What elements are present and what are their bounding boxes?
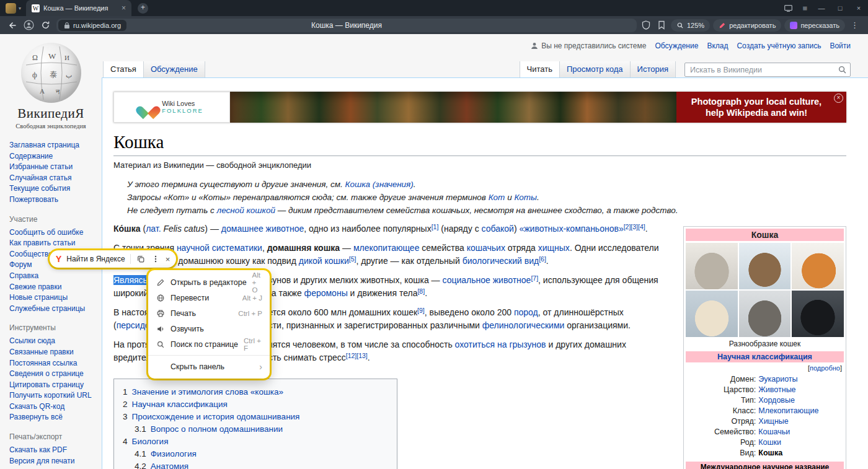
- wiki-link[interactable]: Кошка (значения): [345, 180, 414, 189]
- url-pill[interactable]: ru.wikipedia.org: [58, 20, 126, 31]
- reference-link[interactable]: [8]: [417, 287, 425, 295]
- wiki-link[interactable]: хищных: [538, 243, 570, 253]
- bookmark-icon[interactable]: [655, 19, 668, 32]
- toc-item[interactable]: 4.2Анатомия: [135, 460, 388, 469]
- retell-button[interactable]: пересказать: [784, 19, 845, 32]
- profile-icon[interactable]: [22, 19, 35, 32]
- sidebar-link[interactable]: Сообщить об ошибке: [9, 227, 98, 239]
- sidebar-link[interactable]: Получить короткий URL: [9, 390, 98, 401]
- maximize-button[interactable]: □: [831, 4, 849, 12]
- taxon-link[interactable]: Животные: [758, 385, 795, 395]
- wiki-link[interactable]: научной систематики: [177, 243, 262, 253]
- search-input[interactable]: [684, 63, 851, 77]
- edit-page-button[interactable]: редактировать: [713, 19, 781, 32]
- menu-item[interactable]: Открыть в редактореAlt + O: [148, 274, 270, 290]
- toolbar-more-icon[interactable]: ⋮: [851, 20, 859, 30]
- wiki-link[interactable]: пород: [514, 307, 538, 317]
- copy-icon[interactable]: [136, 254, 146, 264]
- user-link[interactable]: Обсуждение: [655, 42, 698, 50]
- address-bar[interactable]: ru.wikipedia.org Кошка — Википедия: [56, 19, 637, 32]
- wiki-link[interactable]: биологический вид: [463, 256, 539, 266]
- back-icon[interactable]: [5, 19, 19, 32]
- page-tab[interactable]: Читать: [520, 61, 559, 77]
- wiki-link[interactable]: домашнее животное: [221, 224, 304, 234]
- reference-link[interactable]: [7]: [531, 274, 538, 282]
- wiki-link[interactable]: социальное животное: [443, 275, 531, 285]
- wiki-link[interactable]: собакой: [482, 224, 514, 234]
- sidebar-link[interactable]: Текущие события: [9, 183, 98, 195]
- user-link[interactable]: Войти: [830, 42, 851, 50]
- toolbar-close-icon[interactable]: ×: [166, 255, 170, 264]
- wikipedia-logo[interactable]: ΩWИф泰بАन: [21, 43, 81, 103]
- sidebar-link[interactable]: Развернуть всё: [9, 412, 98, 423]
- chevron-down-icon[interactable]: ▾: [19, 6, 21, 11]
- reference-link[interactable]: [5]: [349, 255, 356, 263]
- wiki-link[interactable]: «животных-компаньонов»: [519, 224, 623, 234]
- toc-item[interactable]: 3Происхождение и история одомашнивания: [123, 411, 388, 423]
- page-tab[interactable]: История: [630, 61, 676, 77]
- banner-message[interactable]: Photograph your local culture, help Wiki…: [676, 92, 846, 123]
- cat-photo[interactable]: [686, 243, 738, 289]
- sidebar-link[interactable]: Справка: [9, 271, 98, 282]
- menu-item[interactable]: Озвучить: [148, 321, 270, 336]
- toolbar-dots-icon[interactable]: [151, 254, 161, 264]
- toc-item[interactable]: 1Значение и этимология слова «кошка»: [123, 386, 388, 398]
- page-tab[interactable]: Обсуждение: [143, 61, 205, 77]
- minimize-button[interactable]: —: [812, 4, 831, 12]
- sidebar-link[interactable]: Цитировать страницу: [9, 380, 98, 391]
- taxon-link[interactable]: Хордовые: [758, 395, 795, 406]
- reference-link[interactable]: [12][13]: [346, 352, 368, 359]
- cat-photo[interactable]: [739, 291, 791, 337]
- sidebar-link[interactable]: Сведения о странице: [9, 369, 98, 380]
- reference-link[interactable]: [6]: [539, 255, 546, 263]
- sidebar-link[interactable]: Постоянная ссылка: [9, 358, 98, 369]
- taxon-link[interactable]: Кошки: [758, 437, 781, 448]
- sidebar-link[interactable]: Ссылки сюда: [9, 336, 98, 347]
- taxon-link[interactable]: Кошачьи: [758, 427, 790, 437]
- menu-item[interactable]: ПечатьCtrl + P: [148, 305, 270, 321]
- sidebar-link[interactable]: Версия для печати: [9, 456, 98, 467]
- reference-link[interactable]: [2][3][4]: [624, 223, 645, 230]
- sidebar-link[interactable]: Содержание: [9, 151, 98, 162]
- wiki-link[interactable]: Кот: [489, 193, 505, 202]
- find-in-yandex-button[interactable]: Найти в Яндексе: [66, 255, 125, 263]
- toc-item[interactable]: 3.1Вопрос о полном одомашнивании: [135, 423, 388, 436]
- wiki-link[interactable]: охотиться на грызунов: [455, 340, 546, 349]
- reload-icon[interactable]: [38, 19, 52, 32]
- sidebar-link[interactable]: Скачать как PDF: [9, 445, 98, 456]
- wiki-link[interactable]: кошачьих: [467, 243, 505, 253]
- close-button[interactable]: ×: [849, 4, 868, 12]
- cat-photo[interactable]: [739, 243, 791, 289]
- wiki-link[interactable]: лат.: [146, 224, 161, 234]
- reference-link[interactable]: [1]: [432, 223, 439, 230]
- sidebar-link[interactable]: Заглавная страница: [9, 140, 98, 151]
- sidebar-link[interactable]: Как править статьи: [9, 238, 98, 249]
- sidebar-link[interactable]: Избранные статьи: [9, 162, 98, 173]
- menu-item[interactable]: Скрыть панель›: [148, 359, 270, 374]
- tab-close-icon[interactable]: ×: [122, 4, 126, 12]
- page-tab[interactable]: Просмотр кода: [559, 61, 630, 77]
- wiki-link[interactable]: лесной кошкой: [217, 206, 275, 215]
- browser-tab[interactable]: W Кошка — Википедия ×: [26, 0, 131, 16]
- menu-item[interactable]: ПеревестиAlt + J: [148, 290, 270, 305]
- wiki-link[interactable]: фелинологическими: [482, 320, 565, 330]
- classification-header[interactable]: Научная классификация: [686, 351, 844, 362]
- wiki-link[interactable]: млекопитающее: [353, 243, 420, 253]
- cat-photo[interactable]: [792, 291, 844, 337]
- taxon-link[interactable]: Хищные: [758, 416, 788, 427]
- menu-item[interactable]: Поиск по страницеCtrl + F: [148, 336, 270, 352]
- profile-avatar[interactable]: [6, 3, 16, 14]
- cat-photo[interactable]: [792, 243, 844, 289]
- page-tab[interactable]: Статья: [103, 61, 143, 77]
- toc-item[interactable]: 2Научная классификация: [123, 398, 388, 411]
- campaign-banner[interactable]: Wiki Loves FOLKLORE Photograph your loca…: [113, 92, 846, 123]
- panel-icon[interactable]: [784, 5, 792, 12]
- banner-close-icon[interactable]: ×: [834, 94, 843, 103]
- details-link[interactable]: подробно: [810, 364, 840, 372]
- wiki-link[interactable]: дикой кошки: [299, 256, 349, 266]
- menu-icon[interactable]: ≡: [802, 4, 807, 13]
- user-link[interactable]: Вклад: [707, 42, 728, 50]
- wiki-link[interactable]: феромоны: [304, 288, 348, 298]
- zoom-badge[interactable]: 125%: [671, 19, 710, 32]
- new-tab-button[interactable]: +: [138, 3, 148, 14]
